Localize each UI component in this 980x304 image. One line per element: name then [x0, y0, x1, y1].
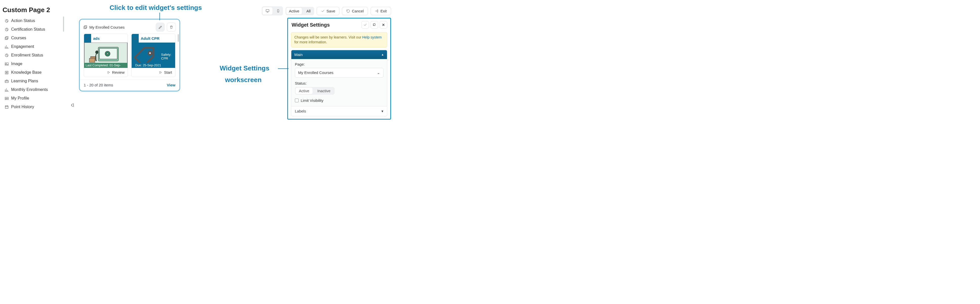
calendar-icon [5, 105, 9, 109]
card-action-label: Review [112, 70, 124, 75]
card-title: ads [93, 36, 100, 40]
status-field-label: Status: [295, 81, 383, 85]
bars-icon [5, 45, 9, 49]
cancel-button[interactable]: Cancel [342, 7, 368, 15]
card-action-start[interactable]: Start [132, 68, 175, 77]
status-filter-toggle: Active All [285, 7, 314, 15]
sidebar-item[interactable]: Point History [5, 102, 64, 111]
collapse-sidebar-button[interactable] [69, 102, 75, 108]
view-all-link[interactable]: View [167, 83, 175, 87]
pagination-count: 1 - 20 of 20 items [84, 83, 113, 87]
alert-text-post: for more information. [294, 40, 327, 44]
sidebar-item-label: Engagement [11, 44, 34, 49]
edit-widget-button[interactable] [156, 22, 165, 32]
filter-active-button[interactable]: Active [286, 8, 302, 14]
sidebar-item-label: Knowledge Base [11, 70, 41, 75]
sidebar-item[interactable]: Knowledge Base [5, 68, 64, 77]
course-thumbnail: Safety: CPR Due: 25-Sep-2021 [132, 43, 175, 68]
svg-rect-3 [5, 37, 7, 39]
status-inactive-option[interactable]: Inactive [313, 87, 335, 95]
confirm-button[interactable] [361, 21, 369, 29]
widget-title-text: My Enrolled Courses [89, 25, 124, 29]
panel-title: Widget Settings [291, 22, 360, 28]
sidebar-item[interactable]: Learning Plans [5, 77, 64, 85]
exit-label: Exit [380, 9, 387, 13]
status-active-option[interactable]: Active [296, 88, 313, 94]
course-cards: ads Last Completed: 01-Sep- [80, 34, 180, 80]
course-card[interactable]: ads Last Completed: 01-Sep- [84, 34, 128, 77]
sidebar-item[interactable]: Monthly Enrollments [5, 85, 64, 94]
sidebar-item[interactable]: Engagement [5, 42, 64, 51]
sidebar-item-label: Action Status [11, 19, 35, 23]
sidebar-item-label: Enrollment Status [11, 53, 43, 58]
sidebar: Action StatusCertification StatusCourses… [5, 16, 64, 111]
limit-visibility-checkbox[interactable]: Limit Visibility [295, 98, 383, 102]
sidebar-item[interactable]: Courses [5, 34, 64, 42]
delete-widget-button[interactable] [167, 22, 176, 32]
annotation: workscreen [225, 76, 262, 84]
card-badge: Last Completed: 01-Sep- [84, 63, 127, 68]
sidebar-item[interactable]: Image [5, 59, 64, 68]
device-toggle [262, 6, 283, 16]
chevron-up-icon: ▲ [381, 53, 384, 56]
widget-settings-panel: Widget Settings ✕ Changes will be seen b… [287, 18, 391, 120]
help-link[interactable]: Help system [362, 35, 382, 39]
sidebar-item-label: Image [11, 62, 22, 66]
cards-scrollbar[interactable] [178, 34, 179, 42]
pie-icon [5, 53, 9, 58]
svg-rect-12 [266, 10, 269, 12]
chevron-down-icon: ⌄ [377, 70, 380, 75]
edit-panel-button[interactable] [371, 21, 378, 29]
desktop-view-button[interactable] [262, 7, 273, 15]
sidebar-item-label: Point History [11, 105, 34, 109]
section-labels-label: Labels [295, 109, 306, 113]
idcard-icon [5, 96, 9, 101]
page-field-label: Page: [295, 62, 383, 66]
image-icon [5, 62, 9, 66]
section-main-header[interactable]: Main▲ [291, 50, 387, 59]
toolbar: Active All Save Cancel Exit [262, 6, 391, 16]
sidebar-item-label: Courses [11, 36, 26, 40]
exit-button[interactable]: Exit [371, 7, 391, 15]
pie-icon [5, 27, 9, 32]
svg-point-27 [148, 51, 152, 55]
copy-icon [5, 36, 9, 40]
enrolled-courses-widget: My Enrolled Courses ads [79, 19, 180, 91]
sidebar-scrollbar[interactable] [63, 16, 64, 32]
alert-text: Changes will be seen by learners. Visit … [294, 35, 362, 39]
chevron-down-icon: ▾ [382, 109, 383, 114]
section-labels-header[interactable]: Labels▾ [291, 106, 387, 116]
page-select[interactable]: My Enrolled Courses⌄ [295, 68, 383, 77]
sidebar-item[interactable]: My Profile [5, 94, 64, 102]
course-card[interactable]: Adult CPR Safety: CPR Due: 25-Sep-2021 S… [131, 34, 175, 77]
svg-rect-9 [5, 97, 8, 99]
cancel-label: Cancel [352, 9, 364, 13]
svg-rect-2 [6, 37, 8, 39]
briefcase-icon [5, 79, 9, 83]
bars-icon [5, 88, 9, 92]
card-badge: Due: 25-Sep-2021 [132, 63, 175, 68]
save-label: Save [326, 9, 335, 13]
save-button[interactable]: Save [317, 7, 339, 15]
sidebar-item[interactable]: Certification Status [5, 25, 64, 34]
sidebar-item-label: My Profile [11, 96, 29, 101]
filter-all-button[interactable]: All [303, 7, 314, 15]
svg-rect-8 [5, 80, 8, 83]
sidebar-item[interactable]: Action Status [5, 16, 64, 25]
checkbox-box [295, 99, 299, 102]
svg-point-6 [6, 63, 6, 64]
page-title: Custom Page 2 [3, 6, 50, 14]
svg-point-10 [6, 98, 6, 99]
annotation-line [159, 13, 160, 20]
card-tag-label: Safety: CPR [161, 53, 173, 60]
status-toggle: Active Inactive [295, 87, 335, 95]
close-panel-button[interactable]: ✕ [380, 21, 387, 29]
mobile-view-button[interactable] [274, 6, 283, 16]
svg-rect-14 [84, 26, 87, 28]
sidebar-item[interactable]: Enrollment Status [5, 51, 64, 59]
card-action-review[interactable]: Review [84, 68, 127, 77]
page-select-value: My Enrolled Courses [298, 70, 333, 75]
svg-rect-15 [84, 26, 86, 28]
section-main-label: Main [294, 53, 303, 57]
card-title: Adult CPR [141, 36, 159, 40]
